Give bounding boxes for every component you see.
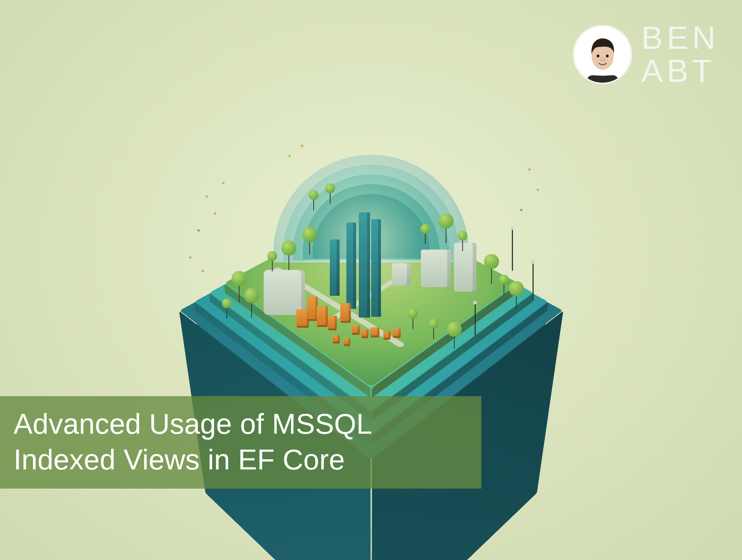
author-name: BEN ABT xyxy=(641,23,719,86)
author-name-last: ABT xyxy=(641,56,719,86)
author-name-first: BEN xyxy=(641,23,719,53)
hero-illustration xyxy=(164,94,578,432)
post-title-line1: Advanced Usage of MSSQL xyxy=(14,408,372,440)
author-badge: BEN ABT xyxy=(574,23,719,86)
lamps xyxy=(164,94,578,432)
post-title: Advanced Usage of MSSQL Indexed Views in… xyxy=(0,396,481,489)
post-title-line2: Indexed Views in EF Core xyxy=(14,443,345,475)
svg-point-1 xyxy=(596,54,599,58)
avatar xyxy=(574,26,631,83)
svg-point-2 xyxy=(606,54,608,58)
avatar-person-icon xyxy=(577,32,628,83)
